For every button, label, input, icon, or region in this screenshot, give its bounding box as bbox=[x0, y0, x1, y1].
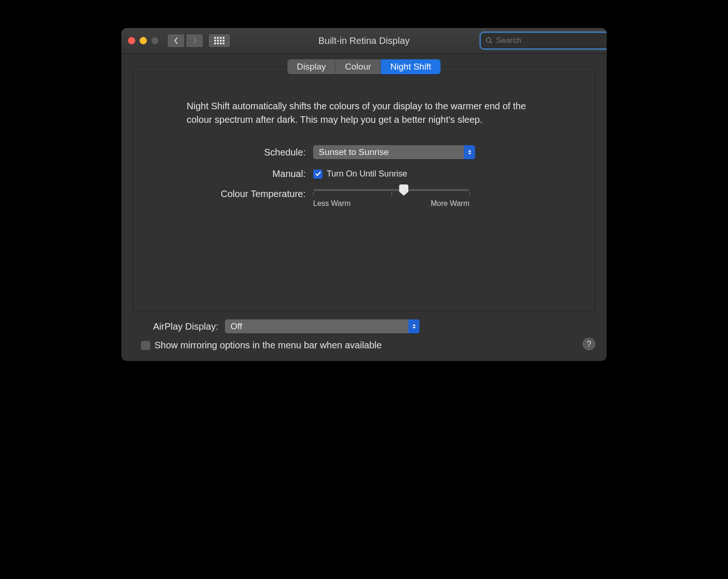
window-controls bbox=[128, 37, 159, 44]
checkmark-icon bbox=[315, 171, 321, 177]
svg-line-1 bbox=[490, 42, 492, 43]
manual-row: Manual: Turn On Until Sunrise bbox=[133, 169, 595, 179]
temperature-label: Colour Temperature: bbox=[133, 189, 313, 199]
nav-buttons bbox=[167, 34, 203, 48]
temperature-max-label: More Warm bbox=[431, 199, 469, 208]
content-area: Display Colour Night Shift Night Shift a… bbox=[121, 54, 607, 361]
popup-arrows-icon bbox=[464, 145, 475, 159]
schedule-value: Sunset to Sunrise bbox=[319, 147, 389, 157]
airplay-label: AirPlay Display: bbox=[133, 321, 225, 332]
close-window-button[interactable] bbox=[128, 37, 135, 44]
settings-panel: Display Colour Night Shift Night Shift a… bbox=[133, 67, 595, 311]
search-input[interactable] bbox=[481, 33, 607, 48]
titlebar: Built-in Retina Display bbox=[121, 28, 607, 54]
tab-colour[interactable]: Colour bbox=[336, 59, 381, 74]
search-icon bbox=[485, 37, 493, 44]
footer: AirPlay Display: Off Show mirroring opti… bbox=[133, 311, 595, 351]
slider-thumb-icon[interactable] bbox=[399, 184, 408, 196]
airplay-popup[interactable]: Off bbox=[225, 319, 420, 333]
mirroring-checkbox[interactable] bbox=[141, 341, 150, 350]
temperature-slider[interactable] bbox=[313, 189, 469, 191]
airplay-value: Off bbox=[231, 321, 242, 332]
preferences-window: Built-in Retina Display Display Colour N… bbox=[121, 28, 607, 361]
tab-bar: Display Colour Night Shift bbox=[287, 59, 441, 74]
schedule-label: Schedule: bbox=[133, 147, 313, 158]
manual-label: Manual: bbox=[133, 169, 313, 179]
back-button[interactable] bbox=[167, 34, 185, 48]
schedule-popup[interactable]: Sunset to Sunrise bbox=[313, 145, 475, 159]
manual-checkbox-label: Turn On Until Sunrise bbox=[327, 169, 407, 179]
manual-checkbox[interactable] bbox=[313, 169, 322, 179]
svg-point-0 bbox=[486, 38, 490, 42]
zoom-window-button[interactable] bbox=[151, 37, 159, 44]
temperature-min-label: Less Warm bbox=[313, 199, 350, 208]
search-field-wrap bbox=[481, 33, 600, 48]
forward-button[interactable] bbox=[186, 34, 203, 48]
mirroring-row: Show mirroring options in the menu bar w… bbox=[133, 340, 595, 351]
tab-display[interactable]: Display bbox=[287, 59, 336, 74]
temperature-slider-wrap: Less Warm More Warm bbox=[313, 189, 469, 208]
popup-arrows-icon bbox=[408, 319, 420, 333]
grid-icon bbox=[214, 37, 224, 44]
mirroring-label: Show mirroring options in the menu bar w… bbox=[154, 340, 382, 351]
schedule-row: Schedule: Sunset to Sunrise bbox=[133, 145, 595, 159]
tab-night-shift[interactable]: Night Shift bbox=[381, 59, 441, 74]
night-shift-description: Night Shift automatically shifts the col… bbox=[182, 99, 546, 127]
minimize-window-button[interactable] bbox=[140, 37, 147, 44]
help-button[interactable]: ? bbox=[582, 338, 595, 351]
temperature-row: Colour Temperature: Less Warm More Warm bbox=[133, 189, 595, 208]
show-all-button[interactable] bbox=[208, 34, 231, 48]
